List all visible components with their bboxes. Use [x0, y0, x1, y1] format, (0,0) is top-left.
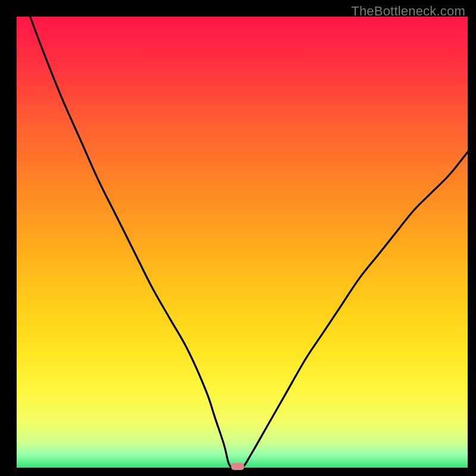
bottleneck-chart: [0, 0, 476, 476]
minimum-marker: [231, 463, 244, 470]
watermark-text: TheBottleneck.com: [351, 4, 465, 19]
chart-background: [17, 17, 468, 468]
